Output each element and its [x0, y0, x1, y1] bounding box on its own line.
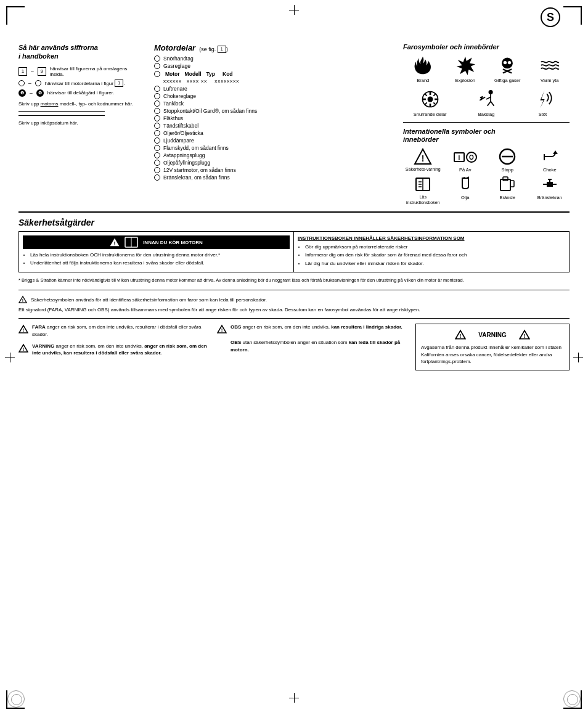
varning-box-body: Avgaserna från denna produkt innehåller …	[421, 344, 564, 365]
ref3-circle-end: ❾	[36, 89, 44, 97]
kod-label: Kod	[223, 71, 233, 77]
intl-las-instruktionsboken: Läs instruktionsboken	[403, 175, 443, 205]
motor-item-oljepafyllningsplugg: Oljepåfyllningsplugg	[154, 160, 391, 166]
snurrande-delar-icon	[418, 88, 443, 110]
safety-left-header: ! INNAN DU KÖR MOTORN	[23, 235, 290, 249]
item-circle	[154, 63, 160, 69]
typ-label: Typ	[206, 71, 215, 77]
fara-text: FARA anger en risk som, om den inte undv…	[32, 324, 207, 337]
symbol-stot: Stöt	[516, 88, 570, 117]
deco-circle-br-inner	[567, 694, 578, 705]
symbols-separator	[403, 122, 570, 123]
ref3-row: ❶ – ❾ hänvisar till del/åtgärd i figurer…	[18, 89, 142, 97]
obs-utan-block: OBS utan säkerhetssymbolen anger en situ…	[231, 339, 406, 353]
main-separator	[18, 211, 570, 213]
left-section-title: Så här används siffrorna i handboken	[18, 43, 142, 61]
svg-text:!: !	[523, 333, 525, 339]
safety-box: ! INNAN DU KÖR MOTORN Läs hela instrukti…	[18, 231, 570, 272]
modell-label: Modell	[185, 71, 202, 77]
motor-item-flamskydd: Flamskydd, om sådant finns	[154, 145, 391, 151]
explosion-icon	[453, 54, 478, 76]
varm-yta-icon	[537, 54, 562, 76]
motor-item-tanklock: Tanklock	[154, 100, 391, 107]
book-icon	[125, 237, 138, 248]
safety-right-header: INSTRUKTIONSBOKEN INNEHÅLLER SÄKERHETSIN…	[298, 235, 565, 241]
crosshair-left-icon	[5, 353, 15, 362]
svg-rect-3	[506, 66, 509, 68]
svg-line-19	[491, 102, 494, 106]
left-column: Så här används siffrorna i handboken 1 –…	[18, 43, 142, 205]
ref1-row: 1 – 9 hänvisar till figurerna på omslage…	[18, 66, 142, 77]
motordelar-title: Motordelar	[154, 43, 195, 52]
kod-values: xxxxxxxx	[214, 78, 239, 84]
intl-olja: Olja	[446, 175, 486, 205]
bottom-middle-col: ! OBS anger en risk som, om den inte und…	[217, 324, 406, 370]
motor-item-oljeror: Oljerör/Oljesticka	[154, 130, 391, 136]
svg-point-16	[489, 90, 493, 94]
motor-item-ljuddampare: Ljuddämpare	[154, 137, 391, 144]
crosshair-right-icon	[573, 353, 583, 362]
motor-values: xxxxxx	[163, 78, 182, 84]
dash-line-2	[18, 115, 105, 116]
branslekran-icon	[537, 175, 562, 194]
model-prompt: Skriv upp motorns modell-, typ- och kodn…	[18, 100, 142, 107]
right-column: Farosymboler och innebörder Brand	[403, 43, 570, 205]
ref3-circle-start: ❶	[18, 89, 26, 97]
varning-box-triangle-left-icon: !	[455, 329, 466, 340]
intl-choke: Choke	[530, 147, 570, 173]
stopp-icon	[495, 147, 520, 166]
varning-block: ! VARNING anger en risk som, om den inte…	[18, 343, 207, 356]
item-circle	[154, 71, 160, 77]
svg-line-15	[425, 102, 427, 105]
svg-text:!: !	[23, 346, 25, 352]
symbol-varm-yta: Varm yta	[530, 54, 570, 83]
las-instruktionsboken-icon	[410, 175, 435, 194]
varning-box-title: ! VARNING !	[421, 329, 564, 340]
intl-bransle: Bränsle	[488, 175, 528, 205]
farosymboler-title: Farosymboler och innebörder	[403, 43, 570, 51]
symbol-snurrande-delar: Snurrande delar	[403, 88, 457, 117]
choke-icon	[537, 147, 562, 166]
svg-point-1	[504, 61, 507, 64]
symbol-explosion: Explosion	[446, 54, 486, 83]
intl-pa-av: I O På Av	[446, 147, 486, 173]
svg-text:O: O	[469, 154, 474, 161]
pa-av-icon: I O	[453, 147, 478, 166]
svg-line-14	[433, 94, 436, 96]
safety-right-body: Gör dig uppmärksam på motorrelaterade ri…	[298, 243, 565, 267]
middle-column: Motordelar (se fig. 1) Snörhandtag Gasre…	[154, 43, 391, 205]
bakslag-icon	[474, 88, 499, 110]
obs-text: OBS anger en risk som, om den inte undvi…	[231, 324, 402, 330]
safety-section-title: Säkerhetsåtgärder	[18, 218, 94, 227]
obs-triangle-icon: !	[217, 324, 227, 334]
safety-left-body: Läs hela instruktionsboken OCH instrukti…	[23, 251, 290, 266]
fara-triangle-icon: !	[18, 324, 28, 334]
svg-text:!: !	[22, 298, 23, 303]
varning-box-triangle-right-icon: !	[519, 329, 530, 340]
motor-item-gasreglage: Gasreglage	[154, 63, 391, 69]
dash-line-1	[18, 111, 105, 112]
motor-item-flakthus: Fläkthus	[154, 115, 391, 121]
motordelar-subtitle: (se fig. 1)	[199, 46, 228, 53]
varning-triangle-icon: !	[18, 343, 28, 353]
olja-icon	[453, 175, 478, 194]
intl-grid-row1: ! Säkerhets-varning I O	[403, 147, 570, 173]
symbol-bakslag: Bakslag	[459, 88, 513, 117]
svg-line-20	[486, 97, 491, 99]
intl-symbols-title: Internationella symboler och innebörder	[403, 128, 570, 144]
sakerhetsvarning-icon: !	[410, 147, 435, 166]
svg-text:!: !	[114, 240, 116, 247]
fara-block: ! FARA anger en risk som, om den inte un…	[18, 324, 207, 337]
ref2-row: – hänvisar till motordelarna i figur 1.	[18, 80, 142, 87]
svg-line-13	[433, 102, 436, 105]
bransle-icon	[495, 175, 520, 194]
symbols-grid-row2: Snurrande delar	[403, 88, 570, 117]
ref1-badge-start: 1	[18, 67, 27, 76]
obs-block: ! OBS anger en risk som, om den inte und…	[217, 324, 406, 334]
varning-box: ! VARNING ! Avgaserna från denna produkt…	[415, 324, 570, 370]
motor-item-12v-startmotor: 12V startmotor, om sådan finns	[154, 167, 391, 173]
svg-line-12	[425, 94, 427, 96]
stot-icon	[530, 88, 555, 110]
intl-branslekran: Bränslekran	[530, 175, 570, 205]
ref2-circle-start	[18, 80, 25, 86]
